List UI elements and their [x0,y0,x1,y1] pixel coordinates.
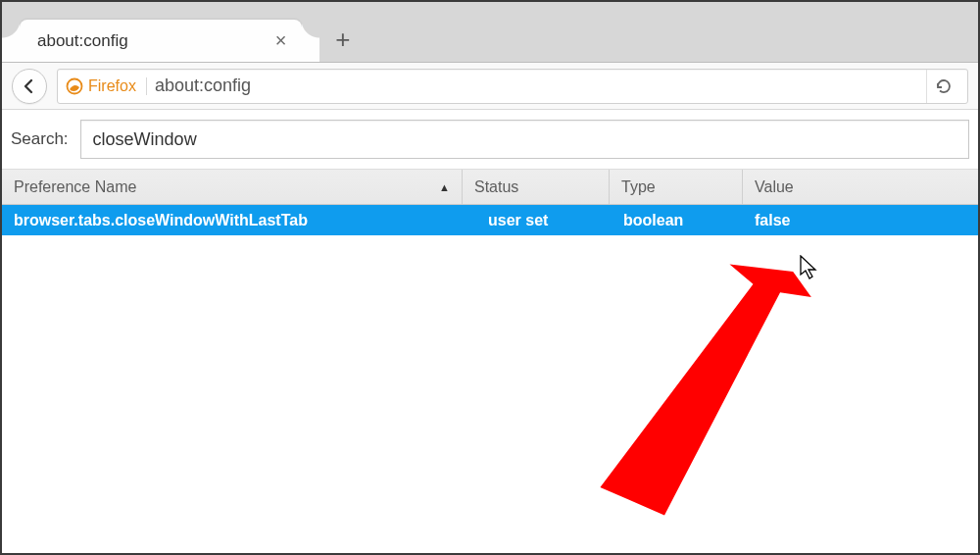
identity-label: Firefox [88,77,136,95]
new-tab-button[interactable]: + [335,25,350,62]
header-name-label: Preference Name [14,178,136,196]
svg-marker-1 [599,258,812,522]
reload-button[interactable] [926,70,959,103]
sort-indicator-icon: ▲ [439,181,450,193]
pref-type-cell: boolean [610,212,743,229]
pref-value-cell: false [743,212,978,229]
back-button[interactable] [12,69,47,104]
tab-title: about:config [37,31,128,51]
preference-row[interactable]: browser.tabs.closeWindowWithLastTab user… [2,205,978,235]
search-input[interactable] [80,120,969,159]
navigation-toolbar: Firefox about:config [2,63,978,110]
url-bar[interactable]: Firefox about:config [57,69,968,104]
annotation-arrow-icon [551,257,825,541]
tab-strip: about:config × + [2,2,978,63]
mouse-cursor-icon [800,255,819,280]
header-value-label: Value [755,178,794,196]
browser-tab[interactable]: about:config × [20,20,302,62]
pref-status-cell: user set [463,212,610,229]
close-icon[interactable]: × [275,29,287,52]
search-label: Search: [11,129,69,149]
header-status-label: Status [474,178,518,196]
identity-box[interactable]: Firefox [66,77,147,95]
column-headers: Preference Name ▲ Status Type Value [2,170,978,205]
url-text: about:config [155,76,251,96]
header-status[interactable]: Status [463,170,610,204]
header-preference-name[interactable]: Preference Name ▲ [2,170,463,204]
search-bar: Search: [2,110,978,170]
back-arrow-icon [22,78,37,94]
header-type-label: Type [621,178,656,196]
header-type[interactable]: Type [610,170,743,204]
pref-name-cell: browser.tabs.closeWindowWithLastTab [2,212,463,229]
header-value[interactable]: Value [743,170,978,204]
firefox-icon [66,77,83,95]
reload-icon [935,77,953,95]
